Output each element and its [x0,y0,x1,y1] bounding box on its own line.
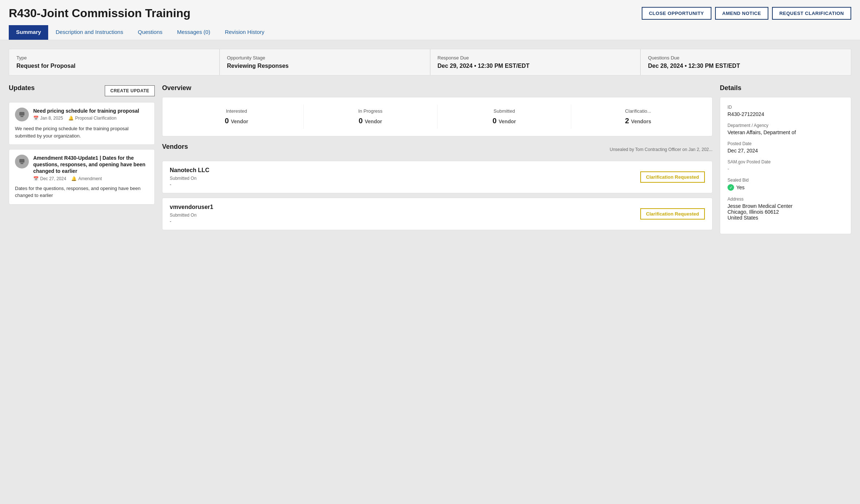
sealed-bid-value: ✓ Yes [727,184,844,191]
page-title: R430-Joint Commission Training [9,7,191,20]
stat-interested: Interested 0 Vendor [170,105,304,129]
update-2-date: 📅 Dec 27, 2024 [33,176,66,181]
in-progress-label: In Progress [307,108,434,114]
type-value: Request for Proposal [16,63,212,69]
clarification-label: Clarificatio... [575,108,701,114]
info-bar: Type Request for Proposal Opportunity St… [9,49,851,75]
vendor-card-vmvendor-inner: vmvendoruser1 Submitted On - Clarificati… [170,204,705,224]
update-2-body: Dates for the questions, responses, and … [15,185,149,199]
center-column: Overview Interested 0 Vendor In Progress… [162,84,713,234]
tab-summary[interactable]: Summary [9,25,48,40]
vendors-title: Vendors [162,143,188,151]
stat-in-progress: In Progress 0 Vendor [304,105,438,129]
header-top: R430-Joint Commission Training CLOSE OPP… [9,7,851,20]
update-1-info: Need pricing schedule for training propo… [33,108,139,121]
interested-value: 0 Vendor [173,117,300,125]
amend-notice-button[interactable]: AMEND NOTICE [715,7,768,20]
vendor-nanotech-submitted-label: Submitted On [170,176,209,181]
header-buttons: CLOSE OPPORTUNITY AMEND NOTICE REQUEST C… [642,7,851,20]
type-label: Type [16,55,212,61]
tab-questions[interactable]: Questions [130,25,170,40]
vendors-header: Vendors Unsealed by Tom Contracting Offi… [162,143,713,156]
sam-value: - [727,166,844,172]
tab-revision-history[interactable]: Revision History [218,25,272,40]
detail-dept: Department / Agency Veteran Affairs, Dep… [727,123,844,135]
interested-label: Interested [173,108,300,114]
svg-rect-2 [19,159,24,163]
posted-value: Dec 27, 2024 [727,148,844,154]
detail-id: ID R430-27122024 [727,105,844,117]
details-column: Details ID R430-27122024 Department / Ag… [720,84,851,234]
svg-rect-0 [19,112,24,116]
questions-due-value: Dec 28, 2024 • 12:30 PM EST/EDT [648,63,844,69]
update-card-2-header: Amendment R430-Update1 | Dates for the q… [15,155,149,181]
posted-label: Posted Date [727,141,844,146]
columns: Updates CREATE UPDATE Need pricing sched… [9,84,851,234]
sam-label: SAM.gov Posted Date [727,159,844,164]
info-response-due: Response Due Dec 29, 2024 • 12:30 PM EST… [430,49,641,75]
response-due-value: Dec 29, 2024 • 12:30 PM EST/EDT [438,63,633,69]
close-opportunity-button[interactable]: CLOSE OPPORTUNITY [642,7,711,20]
response-due-label: Response Due [438,55,633,61]
update-2-title: Amendment R430-Update1 | Dates for the q… [33,155,149,175]
updates-column: Updates CREATE UPDATE Need pricing sched… [9,84,155,209]
bell-icon-2: 🔔 [71,176,77,181]
update-1-date: 📅 Jan 8, 2025 [33,116,63,121]
check-icon: ✓ [727,184,734,191]
id-label: ID [727,105,844,110]
vendor-nanotech-info: Nanotech LLC Submitted On - [170,167,209,187]
calendar-icon-1: 📅 [33,116,39,121]
address-label: Address [727,197,844,202]
info-type: Type Request for Proposal [9,49,220,75]
address-value: Jesse Brown Medical Center Chicago, Illi… [727,203,844,221]
details-card: ID R430-27122024 Department / Agency Vet… [720,97,851,234]
stage-label: Opportunity Stage [227,55,423,61]
vendor-vmvendor-badge: Clarification Requested [640,208,705,220]
questions-due-label: Questions Due [648,55,844,61]
update-card-2: Amendment R430-Update1 | Dates for the q… [9,149,155,205]
in-progress-value: 0 Vendor [307,117,434,125]
overview-stats-card: Interested 0 Vendor In Progress 0 Vendor [162,97,713,136]
update-card-1: Need pricing schedule for training propo… [9,102,155,145]
stage-value: Reviewing Responses [227,63,423,69]
avatar-1 [15,108,29,121]
vendor-nanotech-badge: Clarification Requested [640,171,705,183]
clarification-value: 2 Vendors [575,117,701,125]
vendor-vmvendor-submitted-label: Submitted On [170,213,213,218]
update-2-category: 🔔 Amendment [71,176,102,181]
vendor-card-nanotech[interactable]: Nanotech LLC Submitted On - Clarificatio… [162,161,713,193]
unsealed-notice: Unsealed by Tom Contracting Officer on J… [610,147,713,152]
updates-header: Updates CREATE UPDATE [9,84,155,97]
vendor-nanotech-submitted-value: - [170,182,209,187]
vendor-stats: Interested 0 Vendor In Progress 0 Vendor [170,105,705,129]
main-content: Type Request for Proposal Opportunity St… [0,40,860,243]
updates-title: Updates [9,84,35,92]
svg-rect-1 [20,116,23,117]
detail-address: Address Jesse Brown Medical Center Chica… [727,197,844,221]
update-2-info: Amendment R430-Update1 | Dates for the q… [33,155,149,181]
tab-nav: Summary Description and Instructions Que… [9,25,851,40]
stat-submitted: Submitted 0 Vendor [438,105,572,129]
tab-messages[interactable]: Messages (0) [170,25,218,40]
dept-value: Veteran Affairs, Department of [727,129,844,135]
update-1-title: Need pricing schedule for training propo… [33,108,139,114]
vendor-vmvendor-info: vmvendoruser1 Submitted On - [170,204,213,224]
info-stage: Opportunity Stage Reviewing Responses [220,49,430,75]
tab-description[interactable]: Description and Instructions [48,25,130,40]
create-update-button[interactable]: CREATE UPDATE [105,85,155,96]
avatar-2 [15,155,29,168]
overview-title: Overview [162,84,713,92]
update-1-category: 🔔 Proposal Clarification [68,116,116,121]
detail-posted: Posted Date Dec 27, 2024 [727,141,844,154]
info-questions-due: Questions Due Dec 28, 2024 • 12:30 PM ES… [641,49,851,75]
sealed-label: Sealed Bid [727,178,844,183]
svg-rect-3 [20,163,23,164]
details-title: Details [720,84,851,92]
request-clarification-button[interactable]: REQUEST CLARIFICATION [772,7,851,20]
vendor-card-vmvendor[interactable]: vmvendoruser1 Submitted On - Clarificati… [162,198,713,230]
update-card-1-header: Need pricing schedule for training propo… [15,108,149,121]
dept-label: Department / Agency [727,123,844,128]
detail-sealed: Sealed Bid ✓ Yes [727,178,844,191]
update-2-meta: 📅 Dec 27, 2024 🔔 Amendment [33,176,149,181]
vendor-card-nanotech-inner: Nanotech LLC Submitted On - Clarificatio… [170,167,705,187]
